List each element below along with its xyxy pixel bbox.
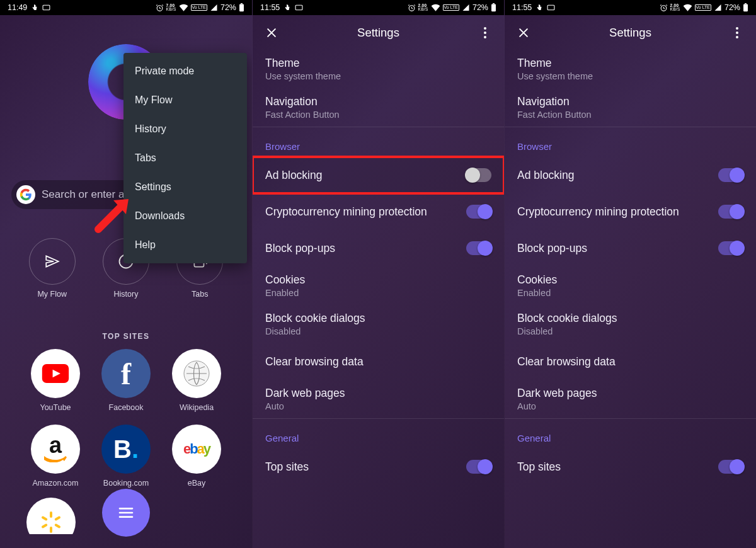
svg-rect-0	[43, 5, 50, 10]
section-browser: Browser	[253, 127, 504, 157]
row-theme[interactable]: ThemeUse system theme	[253, 50, 504, 88]
menu-private-mode[interactable]: Private mode	[123, 57, 247, 86]
svg-point-26	[736, 31, 738, 34]
menu-my-flow[interactable]: My Flow	[123, 86, 247, 115]
svg-point-27	[736, 36, 738, 38]
net-speed: 2.00KB/S	[418, 4, 428, 12]
net-speed: 2.00KB/S	[670, 4, 680, 12]
row-top-sites[interactable]: Top sites	[253, 448, 504, 485]
volte-badge: Vo LTE	[443, 4, 459, 11]
svg-rect-3	[241, 3, 243, 4]
status-bar: 11:49 7.00KB/S Vo LTE 72%	[0, 0, 252, 15]
menu-help[interactable]: Help	[123, 231, 247, 260]
close-icon[interactable]	[259, 20, 284, 45]
close-icon[interactable]	[511, 20, 536, 45]
menu-downloads[interactable]: Downloads	[123, 202, 247, 231]
fab-menu-button[interactable]	[102, 489, 150, 537]
row-crypto-mining[interactable]: Cryptocurrency mining protection	[505, 193, 756, 230]
battery-icon	[743, 3, 748, 12]
row-ad-blocking[interactable]: Ad blocking	[505, 157, 756, 193]
site-amazon[interactable]: a Amazon.com	[31, 425, 80, 488]
row-clear-browsing-data[interactable]: Clear browsing data	[505, 343, 756, 380]
toggle-block-popups[interactable]	[466, 241, 491, 255]
row-navigation[interactable]: NavigationFast Action Button	[253, 88, 504, 127]
tabs-label: Tabs	[192, 290, 208, 299]
home-pane: 11:49 7.00KB/S Vo LTE 72% Search or ente…	[0, 0, 252, 548]
site-wikipedia[interactable]: Wikipedia	[172, 349, 221, 412]
wifi-icon	[431, 4, 440, 11]
section-general: General	[253, 419, 504, 448]
menu-history[interactable]: History	[123, 115, 247, 144]
row-cookies[interactable]: CookiesEnabled	[253, 266, 504, 305]
display-icon	[42, 4, 50, 11]
status-bar: 11:55 2.00KB/S Vo LTE 72%	[505, 0, 756, 15]
svg-rect-11	[41, 523, 48, 528]
status-time: 11:55	[260, 3, 280, 12]
battery-icon	[491, 3, 496, 12]
menu-tabs[interactable]: Tabs	[123, 144, 247, 173]
toggle-top-sites[interactable]	[718, 460, 743, 474]
battery-icon	[239, 3, 244, 12]
svg-rect-24	[745, 3, 747, 4]
toggle-ad-blocking[interactable]	[718, 168, 743, 182]
signal-icon	[462, 4, 470, 11]
svg-rect-21	[547, 5, 554, 10]
touch-icon	[31, 4, 38, 11]
svg-point-25	[736, 27, 738, 30]
svg-rect-23	[743, 4, 748, 11]
row-crypto-mining[interactable]: Cryptocurrency mining protection	[253, 193, 504, 230]
settings-pane-adblock-off: 11:55 2.00KB/S Vo LTE 72% Settings Theme…	[252, 0, 504, 548]
wifi-icon	[179, 4, 188, 11]
signal-icon	[210, 4, 218, 11]
settings-list: ThemeUse system theme NavigationFast Act…	[505, 50, 756, 485]
row-top-sites[interactable]: Top sites	[505, 448, 756, 485]
svg-point-19	[484, 31, 486, 34]
top-sites-heading: TOP SITES	[0, 332, 252, 341]
battery-pct: 72%	[472, 3, 488, 12]
site-booking[interactable]: B. Booking.com	[101, 425, 151, 488]
svg-rect-14	[295, 5, 302, 10]
settings-list: ThemeUse system theme NavigationFast Act…	[253, 50, 504, 485]
myflow-chip[interactable]: My Flow	[29, 238, 76, 299]
site-youtube[interactable]: YouTube	[31, 349, 80, 412]
status-time: 11:49	[8, 3, 27, 12]
overflow-icon[interactable]	[724, 20, 750, 45]
toggle-block-popups[interactable]	[718, 241, 743, 255]
battery-pct: 72%	[220, 3, 236, 12]
google-icon	[16, 185, 35, 204]
page-title: Settings	[357, 26, 399, 40]
section-general: General	[505, 419, 756, 448]
toggle-crypto-mining[interactable]	[718, 205, 743, 219]
toggle-top-sites[interactable]	[466, 460, 491, 474]
net-speed: 7.00KB/S	[166, 4, 176, 12]
row-navigation[interactable]: NavigationFast Action Button	[505, 88, 756, 127]
page-title: Settings	[609, 26, 651, 40]
row-block-popups[interactable]: Block pop-ups	[253, 230, 504, 266]
section-browser: Browser	[505, 127, 756, 157]
settings-header: Settings	[253, 15, 504, 50]
svg-rect-17	[493, 3, 495, 4]
display-icon	[547, 4, 555, 11]
row-dark-web-pages[interactable]: Dark web pagesAuto	[505, 380, 756, 418]
site-ebay[interactable]: ebay eBay	[172, 425, 221, 488]
menu-settings[interactable]: Settings	[123, 173, 247, 202]
svg-rect-12	[41, 516, 48, 521]
alarm-icon	[660, 4, 668, 12]
site-walmart[interactable]	[26, 498, 76, 547]
settings-header: Settings	[505, 15, 756, 50]
status-bar: 11:55 2.00KB/S Vo LTE 72%	[253, 0, 504, 15]
toggle-ad-blocking[interactable]	[466, 168, 491, 182]
row-theme[interactable]: ThemeUse system theme	[505, 50, 756, 88]
overflow-icon[interactable]	[472, 20, 498, 45]
row-block-cookie-dialogs[interactable]: Block cookie dialogsDisabled	[253, 305, 504, 343]
site-facebook[interactable]: f Facebook	[101, 349, 151, 412]
row-clear-browsing-data[interactable]: Clear browsing data	[253, 343, 504, 380]
signal-icon	[714, 4, 722, 11]
row-block-popups[interactable]: Block pop-ups	[505, 230, 756, 266]
myflow-label: My Flow	[37, 290, 67, 299]
row-cookies[interactable]: CookiesEnabled	[505, 266, 756, 305]
row-ad-blocking[interactable]: Ad blocking	[253, 157, 504, 193]
row-dark-web-pages[interactable]: Dark web pagesAuto	[253, 380, 504, 418]
row-block-cookie-dialogs[interactable]: Block cookie dialogsDisabled	[505, 305, 756, 343]
toggle-crypto-mining[interactable]	[466, 205, 491, 219]
